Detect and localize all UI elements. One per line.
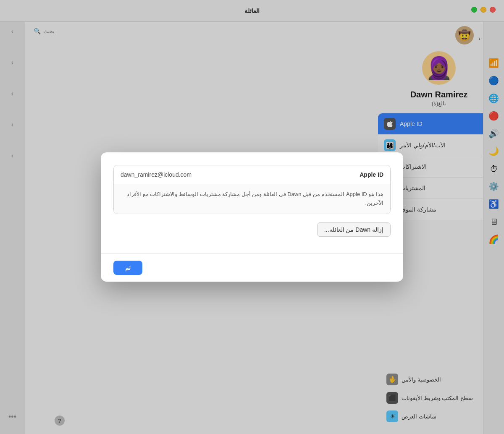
done-button[interactable]: تم	[113, 261, 142, 275]
appleid-description: هذا هو Apple ID المستخدَم من قبل Dawn في…	[114, 184, 390, 214]
modal-footer: تم	[101, 254, 403, 282]
appleid-info-box: Apple ID dawn_ramirez@icloud.com هذا هو …	[113, 165, 391, 214]
modal-dialog: Apple ID dawn_ramirez@icloud.com هذا هو …	[101, 152, 403, 282]
appleid-label: Apple ID	[360, 171, 383, 178]
appleid-header: Apple ID dawn_ramirez@icloud.com	[114, 165, 390, 184]
appleid-email: dawn_ramirez@icloud.com	[121, 171, 192, 178]
modal-body: Apple ID dawn_ramirez@icloud.com هذا هو …	[101, 152, 403, 254]
modal-overlay: Apple ID dawn_ramirez@icloud.com هذا هو …	[0, 0, 504, 434]
remove-from-family-button[interactable]: إزالة Dawn من العائلة...	[317, 222, 391, 237]
remove-btn-container: إزالة Dawn من العائلة...	[113, 222, 391, 237]
